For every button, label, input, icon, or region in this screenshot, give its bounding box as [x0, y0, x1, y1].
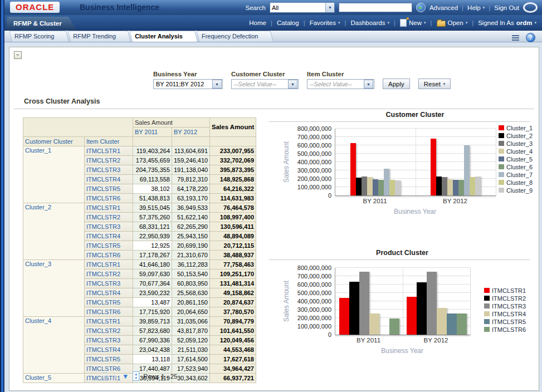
tab-rfmp-scoring[interactable]: RFMP Scoring: [9, 31, 66, 42]
bar-itmclstr2-by-2011[interactable]: [349, 282, 359, 335]
item-cluster-link[interactable]: ITMCLSTR6: [86, 252, 120, 258]
item-cluster-link[interactable]: ITMCLSTR4: [86, 233, 120, 239]
bar-itmclstr4-by-2012[interactable]: [437, 308, 447, 335]
customer-cluster-header-link[interactable]: Customer Cluster: [25, 138, 73, 145]
pagination-previous-button[interactable]: ▲: [111, 373, 118, 380]
nav-home[interactable]: Home: [249, 19, 266, 26]
customer-cluster-link[interactable]: Cluster_3: [25, 261, 51, 267]
nav-catalog[interactable]: Catalog: [277, 19, 299, 26]
help-menu[interactable]: Help ▾: [467, 4, 485, 11]
bar-itmclstr1-by-2012[interactable]: [407, 297, 417, 335]
bar-itmclstr1-by-2011[interactable]: [339, 298, 349, 335]
bar-cluster_8-by-2012[interactable]: [470, 177, 475, 195]
item-cluster-link[interactable]: ITMCLSTR3: [86, 223, 120, 230]
item-cluster-header-link[interactable]: Item Cluster: [86, 138, 119, 145]
item-cluster-link[interactable]: ITMCLSTR2: [86, 157, 120, 164]
customer-cluster-combo[interactable]: --Select Value-- ▼: [231, 79, 299, 89]
chevron-down-icon[interactable]: ▼: [364, 80, 373, 89]
bar-cluster_9-by-2012[interactable]: [475, 177, 481, 195]
item-cluster-link[interactable]: ITMCLSTR5: [86, 299, 120, 306]
pagination-expand-button[interactable]: ▲ ▼: [133, 371, 139, 381]
tab-cluster-analysis[interactable]: Cluster Analysis: [129, 31, 195, 42]
bar-itmclstr3-by-2012[interactable]: [427, 272, 437, 335]
help-menu-label[interactable]: Help: [467, 4, 481, 11]
item-cluster-link[interactable]: ITMCLSTR2: [86, 214, 120, 220]
sign-out-link[interactable]: Sign Out: [494, 4, 519, 11]
sales-value-cell: 41,646,180: [133, 260, 172, 270]
nav-open[interactable]: Open ▾: [437, 19, 468, 27]
item-cluster-link[interactable]: ITMCLSTR3: [86, 337, 120, 344]
bar-cluster_9-by-2011[interactable]: [395, 180, 401, 195]
item-cluster-link[interactable]: ITMCLSTR5: [86, 242, 120, 249]
reset-button[interactable]: Reset ▾: [418, 79, 451, 89]
item-cluster-link[interactable]: ITMCLSTR4: [86, 346, 120, 353]
customer-cluster-link[interactable]: Cluster_2: [25, 204, 51, 210]
advanced-link[interactable]: Advanced: [429, 4, 458, 11]
item-cluster-link[interactable]: ITMCLSTR2: [86, 271, 120, 277]
bar-cluster_1-by-2011[interactable]: [350, 143, 356, 195]
bar-cluster_2-by-2012[interactable]: [436, 177, 442, 195]
item-cluster-link[interactable]: ITMCLSTR1: [86, 148, 120, 154]
collapse-section-button[interactable]: −: [14, 51, 22, 59]
bar-cluster_8-by-2011[interactable]: [389, 180, 395, 195]
item-cluster-link[interactable]: ITMCLSTR1: [86, 204, 120, 211]
bar-cluster_7-by-2012[interactable]: [464, 145, 470, 195]
bar-itmclstr4-by-2011[interactable]: [369, 313, 379, 335]
tab-rfmp-trending[interactable]: RFMP Trending: [67, 31, 128, 42]
y-axis-tick: 300,000,000: [286, 306, 331, 313]
item-cluster-link[interactable]: ITMCLSTR1: [86, 261, 120, 268]
bar-cluster_1-by-2012[interactable]: [431, 139, 436, 195]
bar-itmclstr5-by-2012[interactable]: [447, 313, 457, 335]
bar-itmclstr6-by-2011[interactable]: [389, 318, 399, 335]
nav-new[interactable]: * New ▾: [400, 19, 426, 27]
chevron-down-icon[interactable]: ▼: [325, 3, 334, 12]
bar-cluster_5-by-2012[interactable]: [453, 180, 458, 195]
item-cluster-link[interactable]: ITMCLSTR5: [86, 356, 120, 362]
blank-header-cell: [172, 137, 210, 146]
customer-cluster-link[interactable]: Cluster_4: [25, 317, 51, 324]
chevron-down-icon[interactable]: ▼: [212, 80, 222, 89]
chevron-down-icon[interactable]: ▼: [288, 80, 297, 89]
page-options-icon[interactable]: [512, 35, 519, 41]
bar-itmclstr3-by-2011[interactable]: [359, 272, 369, 335]
table-row: Cluster_3ITMCLSTR141,646,18036,112,28377…: [23, 260, 256, 270]
tab-frequency-defection[interactable]: Frequency Defection: [196, 31, 271, 42]
search-go-button[interactable]: ▶: [416, 3, 426, 12]
help-icon[interactable]: ?: [526, 33, 535, 42]
bar-cluster_7-by-2011[interactable]: [384, 169, 389, 195]
search-scope-select[interactable]: All ▼: [270, 2, 335, 13]
bar-cluster_2-by-2011[interactable]: [356, 178, 362, 195]
pagination-next-button[interactable]: ▼: [122, 373, 129, 380]
item-cluster-link[interactable]: ITMCLSTR5: [86, 185, 120, 192]
item-cluster-link[interactable]: ITMCLSTR1: [86, 318, 120, 325]
bar-cluster_6-by-2011[interactable]: [378, 180, 384, 195]
item-cluster-link[interactable]: ITMCLSTR6: [86, 365, 120, 372]
customer-cluster-link[interactable]: Cluster_1: [25, 147, 51, 154]
item-cluster-link[interactable]: ITMCLSTR2: [86, 327, 120, 334]
item-cluster-link[interactable]: ITMCLSTR6: [86, 308, 120, 315]
item-cluster-link[interactable]: ITMCLSTR3: [86, 280, 120, 287]
item-cluster-link[interactable]: ITMCLSTR4: [86, 290, 120, 296]
by-2012-link[interactable]: BY 2012: [174, 129, 197, 135]
nav-favorites[interactable]: Favorites ▾: [310, 19, 340, 26]
bar-cluster_4-by-2011[interactable]: [367, 177, 373, 195]
bar-itmclstr6-by-2012[interactable]: [457, 313, 467, 335]
bar-cluster_3-by-2012[interactable]: [442, 177, 447, 195]
search-input[interactable]: [339, 3, 412, 12]
bar-cluster_5-by-2011[interactable]: [373, 179, 378, 195]
nav-dashboards[interactable]: Dashboards ▾: [350, 19, 389, 26]
item-cluster-combo[interactable]: --Select Value-- ▼: [307, 79, 374, 89]
bar-cluster_3-by-2011[interactable]: [362, 177, 367, 195]
by-2011-link[interactable]: BY 2011: [135, 129, 158, 135]
signed-in-menu[interactable]: Signed In As ordm ▾: [478, 19, 536, 26]
bar-itmclstr2-by-2012[interactable]: [417, 282, 427, 335]
pagination-first-button[interactable]: ▲: [101, 373, 108, 380]
bar-cluster_6-by-2012[interactable]: [458, 180, 464, 195]
bar-cluster_4-by-2012[interactable]: [447, 179, 453, 195]
apply-button[interactable]: Apply: [383, 79, 410, 89]
dashboard-tab-rfmp-cluster[interactable]: RFMP & Cluster: [7, 17, 77, 31]
business-year-combo[interactable]: BY 2011;BY 2012 ▼: [153, 79, 223, 89]
item-cluster-link[interactable]: ITMCLSTR6: [86, 195, 120, 202]
item-cluster-link[interactable]: ITMCLSTR3: [86, 166, 120, 173]
item-cluster-link[interactable]: ITMCLSTR4: [86, 176, 120, 183]
